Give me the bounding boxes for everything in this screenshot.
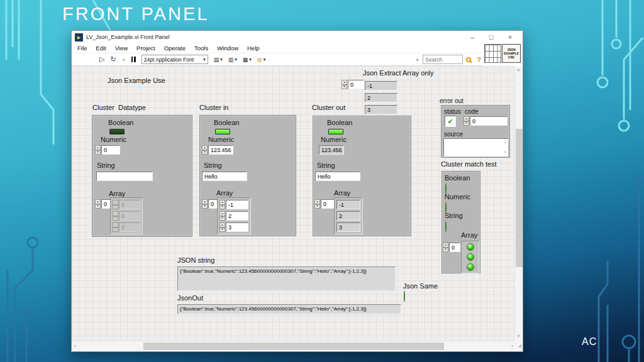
increment-decrement-icon[interactable]: ▲▼ bbox=[443, 243, 448, 252]
search-area: ► ? bbox=[416, 55, 481, 64]
json-extract-array-label: Json Extract Array only bbox=[363, 69, 434, 77]
cluster-datatype[interactable]: Boolean Numeric ▲▼ 0 String Array ▲▼ 0 ▲… bbox=[92, 115, 192, 237]
boolean-led[interactable] bbox=[215, 129, 230, 134]
json-string-control[interactable]: {"Boolean":true,"Numeric":123.4560000000… bbox=[177, 266, 396, 291]
array-index-control[interactable]: ▲▼ 0 bbox=[314, 199, 335, 209]
numeric-label: Numeric bbox=[101, 136, 126, 144]
reorder-button[interactable]: ◍▾ bbox=[257, 57, 265, 63]
json-same-led bbox=[404, 291, 405, 302]
presentation-slide: FRONT PANEL AC ▶ LV_Json_Example.vi Fron… bbox=[0, 0, 644, 362]
array-index-value[interactable]: 0 bbox=[449, 243, 460, 252]
increment-decrement-icon[interactable]: ▲▼ bbox=[219, 211, 225, 221]
boolean-label: Boolean bbox=[327, 119, 352, 127]
minimize-button[interactable]: – bbox=[463, 31, 482, 43]
cluster-out-label: Cluster out bbox=[312, 104, 345, 112]
string-label: String bbox=[317, 162, 335, 170]
chevron-down-icon: ▾ bbox=[203, 57, 206, 62]
scroll-left-icon[interactable]: ‹ bbox=[74, 344, 76, 349]
string-control[interactable]: Hello bbox=[202, 172, 247, 181]
string-label: String bbox=[204, 162, 222, 170]
menu-project[interactable]: Project bbox=[136, 45, 155, 52]
menu-window[interactable]: Window bbox=[217, 45, 238, 52]
increment-decrement-icon[interactable]: ▲▼ bbox=[95, 145, 101, 155]
font-selector-value: 24pt Application Font bbox=[144, 57, 203, 63]
numeric-value[interactable]: 123.456 bbox=[208, 145, 233, 155]
json-extract-index-value[interactable]: 0 bbox=[348, 80, 364, 89]
vi-icon-text: EXAMPLE bbox=[504, 52, 519, 55]
menu-operate[interactable]: Operate bbox=[164, 45, 186, 52]
increment-decrement-icon[interactable]: ▲▼ bbox=[202, 145, 208, 155]
string-label: String bbox=[445, 212, 463, 220]
resize-grip[interactable]: ◢ bbox=[514, 341, 523, 351]
menu-tools[interactable]: Tools bbox=[194, 45, 208, 52]
string-control[interactable] bbox=[96, 172, 153, 181]
run-continuously-icon[interactable]: ↻ bbox=[110, 56, 116, 63]
vertical-scrollbar-thumb[interactable] bbox=[516, 129, 523, 267]
menu-edit[interactable]: Edit bbox=[96, 45, 106, 52]
array-index-control[interactable]: ▲▼ 0 bbox=[443, 243, 460, 252]
array-index-value[interactable]: 0 bbox=[321, 199, 335, 209]
increment-decrement-icon[interactable]: ▲▼ bbox=[219, 200, 225, 209]
increment-decrement-icon[interactable]: ▲▼ bbox=[341, 80, 347, 89]
increment-decrement-icon: ▲▼ bbox=[113, 222, 118, 232]
array-elements: ▲▼0 ▲▼0 ▲▼0 bbox=[110, 197, 143, 234]
code-indicator: ▲▼ 0 bbox=[464, 116, 508, 126]
font-selector[interactable]: 24pt Application Font ▾ bbox=[142, 55, 208, 64]
json-out-label: JsonOut bbox=[177, 294, 203, 302]
json-extract-index-control[interactable]: ▲▼ 0 bbox=[341, 80, 364, 89]
free-label: Json Example Use bbox=[108, 77, 165, 85]
menu-help[interactable]: Help bbox=[247, 45, 260, 52]
search-icon[interactable] bbox=[466, 57, 471, 62]
distribute-objects-button[interactable]: ▥▾ bbox=[228, 57, 237, 63]
connector-pane-icon bbox=[484, 44, 501, 63]
increment-decrement-icon[interactable]: ▲▼ bbox=[95, 199, 101, 209]
abort-button-icon: ● bbox=[122, 57, 126, 63]
array-element: ▲▼3 bbox=[219, 222, 248, 232]
horizontal-scrollbar[interactable]: ‹ › bbox=[72, 341, 516, 351]
json-same-label: Json Same bbox=[403, 282, 438, 290]
align-objects-button[interactable]: ▤▾ bbox=[214, 57, 223, 63]
menu-file[interactable]: File bbox=[77, 45, 87, 52]
boolean-led bbox=[328, 129, 343, 134]
array-element: ▲▼0 bbox=[113, 211, 140, 221]
scroll-right-icon[interactable]: › bbox=[511, 344, 513, 349]
title-bar[interactable]: ▶ LV_Json_Example.vi Front Panel – □ × bbox=[72, 31, 523, 43]
numeric-control[interactable]: ▲▼ 123.456 bbox=[202, 145, 233, 155]
boolean-led[interactable] bbox=[109, 129, 125, 134]
maximize-button[interactable]: □ bbox=[482, 31, 501, 43]
close-button[interactable]: × bbox=[501, 31, 519, 43]
scroll-up-icon[interactable]: ˄ bbox=[504, 141, 506, 145]
string-indicator: Hello bbox=[315, 172, 360, 181]
numeric-label: Numeric bbox=[321, 136, 347, 144]
array-element: 2 bbox=[336, 211, 360, 221]
status-label: status bbox=[444, 107, 461, 116]
increment-decrement-icon[interactable]: ▲▼ bbox=[219, 222, 225, 232]
array-led bbox=[467, 253, 474, 261]
code-label: code bbox=[465, 107, 479, 116]
array-led-elements bbox=[461, 241, 479, 273]
menu-view[interactable]: View bbox=[115, 45, 128, 52]
scroll-down-icon[interactable]: ˅ bbox=[504, 150, 506, 154]
resize-objects-button[interactable]: ▦▾ bbox=[243, 57, 252, 63]
pause-button-icon[interactable] bbox=[131, 57, 136, 62]
cluster-in[interactable]: Boolean Numeric ▲▼ 123.456 String Hello … bbox=[199, 115, 296, 236]
search-input[interactable] bbox=[423, 55, 463, 64]
increment-decrement-icon[interactable]: ▲▼ bbox=[314, 199, 320, 209]
numeric-value[interactable]: 0 bbox=[101, 145, 120, 155]
vertical-scrollbar[interactable]: ˄ ˅ bbox=[514, 66, 523, 341]
array-label: Array bbox=[216, 189, 233, 197]
numeric-label: Numeric bbox=[445, 193, 470, 201]
numeric-control[interactable]: ▲▼ 0 bbox=[95, 145, 120, 155]
horizontal-scrollbar-thumb[interactable] bbox=[143, 343, 444, 350]
help-icon[interactable]: ? bbox=[477, 56, 481, 63]
scroll-down-icon[interactable]: ˅ bbox=[517, 334, 520, 339]
increment-decrement-icon: ▲▼ bbox=[113, 211, 118, 221]
scroll-up-icon[interactable]: ˄ bbox=[517, 68, 520, 73]
check-icon: ✔ bbox=[447, 118, 453, 125]
run-button-icon[interactable]: ▷ bbox=[99, 56, 104, 63]
increment-decrement-icon[interactable]: ▲▼ bbox=[202, 199, 208, 209]
array-elements[interactable]: ▲▼-1 ▲▼2 ▲▼3 bbox=[217, 197, 251, 234]
status-ok-indicator: ✔ bbox=[445, 116, 456, 127]
search-collapse-icon[interactable]: ► bbox=[416, 58, 419, 62]
cluster-match-test: Boolean Numeric String Array ▲▼ 0 bbox=[441, 171, 480, 273]
